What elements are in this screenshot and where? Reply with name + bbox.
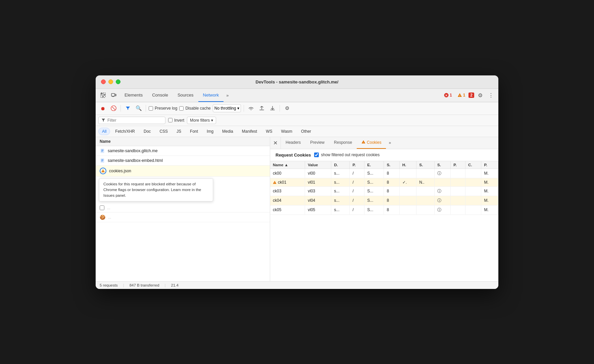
cookie-s2-3: [416, 196, 435, 205]
tab-headers[interactable]: Headers: [281, 137, 305, 149]
cookie-p-2: /: [350, 186, 364, 196]
cookie-value-4: vl05: [305, 205, 331, 215]
col-h[interactable]: H.: [399, 161, 416, 169]
type-pill-other[interactable]: Other: [297, 128, 315, 135]
toolbar-separator-1: [120, 105, 121, 112]
type-pill-ws[interactable]: WS: [262, 128, 276, 135]
search-button[interactable]: 🔍: [134, 104, 143, 113]
request-item-1[interactable]: samesite-sandbox.glitch.me: [96, 146, 270, 156]
type-pill-font[interactable]: Font: [186, 128, 202, 135]
cookie-row-0[interactable]: ck00 vl00 s... / S... 8 ⓘ M.: [270, 169, 498, 178]
cookie-p2-1: [451, 178, 465, 186]
col-p[interactable]: P.: [350, 161, 364, 169]
cookie-s3-0: ⓘ: [435, 169, 451, 178]
cookie-icon: 🍪: [100, 215, 105, 220]
col-name[interactable]: Name ▲: [270, 161, 305, 169]
col-e[interactable]: E.: [364, 161, 384, 169]
cookie-d-2: s...: [331, 186, 350, 196]
tab-preview[interactable]: Preview: [305, 137, 329, 149]
toolbar-separator-3: [244, 105, 244, 112]
detail-tab-more[interactable]: »: [386, 137, 394, 149]
request-list: Name samesite-sandbox.glitch.me: [96, 137, 270, 281]
cookie-row-1[interactable]: ! ck01 vl01 s... / S... 8 ✓. N.. M.: [270, 178, 498, 186]
minimize-button[interactable]: [108, 79, 113, 84]
cookie-row-3[interactable]: ck04 vl04 s... / S... 8 ⓘ M.: [270, 196, 498, 205]
preserve-log-checkbox[interactable]: [149, 106, 153, 111]
cursor-icon[interactable]: [98, 90, 108, 100]
detail-panel: ✕ Headers Preview Response !: [270, 137, 498, 281]
type-pill-media[interactable]: Media: [218, 128, 237, 135]
detail-close-button[interactable]: ✕: [270, 137, 281, 149]
stop-recording-button[interactable]: ⏺: [98, 104, 107, 113]
tab-network[interactable]: Network: [198, 88, 224, 102]
col-s1[interactable]: S.: [384, 161, 399, 169]
cookie-row-4[interactable]: ck05 vl05 s... / S... 8 ⓘ M.: [270, 205, 498, 215]
close-button[interactable]: [101, 79, 106, 84]
cookie-s3-1: [435, 178, 451, 186]
cookie-p3-2: M.: [481, 186, 498, 196]
tab-elements[interactable]: Elements: [120, 88, 147, 102]
disable-cache-checkbox[interactable]: [179, 106, 184, 111]
request-item-3[interactable]: ! cookies.json Cookies for this request …: [96, 166, 270, 177]
upload-icon[interactable]: [257, 104, 266, 113]
cookie-row-2[interactable]: ck03 vl03 s... / S... 8 ⓘ M.: [270, 186, 498, 196]
request-extra-1[interactable]: ...: [96, 203, 270, 213]
tab-console[interactable]: Console: [147, 88, 173, 102]
show-filtered-checkbox[interactable]: [314, 153, 319, 157]
col-s2[interactable]: S.: [416, 161, 435, 169]
tab-more-button[interactable]: »: [224, 88, 231, 102]
type-pill-manifest[interactable]: Manifest: [238, 128, 261, 135]
doc-icon-1: [100, 148, 105, 154]
type-pill-js[interactable]: JS: [173, 128, 185, 135]
type-pill-all[interactable]: All: [98, 128, 110, 135]
network-settings-icon[interactable]: ⚙: [283, 104, 291, 113]
col-c[interactable]: C.: [465, 161, 481, 169]
cookie-h-0: [399, 169, 416, 178]
type-filter-bar: All Fetch/XHR Doc CSS JS Font Img Media …: [96, 126, 498, 137]
show-filtered-label[interactable]: show filtered out request cookies: [314, 153, 380, 157]
tab-sources[interactable]: Sources: [173, 88, 198, 102]
cookie-e-1: S...: [364, 178, 384, 186]
cookie-s-1: 8: [384, 178, 399, 186]
warning-count[interactable]: ! 1: [455, 92, 467, 98]
tab-cookies[interactable]: ! Cookies: [357, 137, 386, 149]
filter-input[interactable]: [107, 118, 154, 123]
col-d[interactable]: D.: [331, 161, 350, 169]
col-p3[interactable]: P.: [481, 161, 498, 169]
type-pill-css[interactable]: CSS: [156, 128, 171, 135]
tab-icons: ✕ 1 ! 1 2 ⚙ ⋮: [442, 90, 496, 100]
invert-checkbox[interactable]: [168, 118, 172, 122]
extra-checkbox-1[interactable]: [100, 205, 104, 210]
col-s3[interactable]: S.: [435, 161, 451, 169]
tab-response[interactable]: Response: [329, 137, 357, 149]
issues-count[interactable]: 2: [468, 93, 474, 98]
cookie-name-2: ck03: [270, 186, 305, 196]
filter-funnel-icon: [101, 118, 105, 122]
devtools-tab-bar: Elements Console Sources Network » ✕ 1 !…: [96, 89, 498, 102]
wifi-icon[interactable]: [247, 104, 255, 113]
device-icon[interactable]: [109, 90, 118, 100]
preserve-log-label[interactable]: Preserve log: [149, 106, 177, 111]
filter-icon[interactable]: [123, 104, 132, 113]
request-extra-2[interactable]: 🍪 ...: [96, 213, 270, 222]
type-pill-doc[interactable]: Doc: [140, 128, 154, 135]
request-item-2[interactable]: samesite-sandbox-embed.html: [96, 156, 270, 166]
clear-button[interactable]: 🚫: [109, 104, 118, 113]
maximize-button[interactable]: [116, 79, 120, 84]
more-filters-button[interactable]: More filters ▾: [187, 117, 216, 124]
cookie-name-0: ck00: [270, 169, 305, 178]
invert-label[interactable]: Invert: [168, 118, 184, 123]
disable-cache-label[interactable]: Disable cache: [179, 106, 210, 111]
settings-icon[interactable]: ⚙: [476, 90, 485, 100]
col-value[interactable]: Value: [305, 161, 331, 169]
more-options-icon[interactable]: ⋮: [486, 90, 496, 100]
col-p2[interactable]: P.: [451, 161, 465, 169]
download-icon[interactable]: [268, 104, 277, 113]
error-count[interactable]: ✕ 1: [442, 92, 454, 98]
type-pill-img[interactable]: Img: [203, 128, 217, 135]
type-pill-fetch-xhr[interactable]: Fetch/XHR: [111, 128, 139, 135]
cookie-d-0: s...: [331, 169, 350, 178]
type-pill-wasm[interactable]: Wasm: [278, 128, 296, 135]
throttle-select[interactable]: No throttling ▾: [213, 104, 241, 112]
cookie-p-3: /: [350, 196, 364, 205]
